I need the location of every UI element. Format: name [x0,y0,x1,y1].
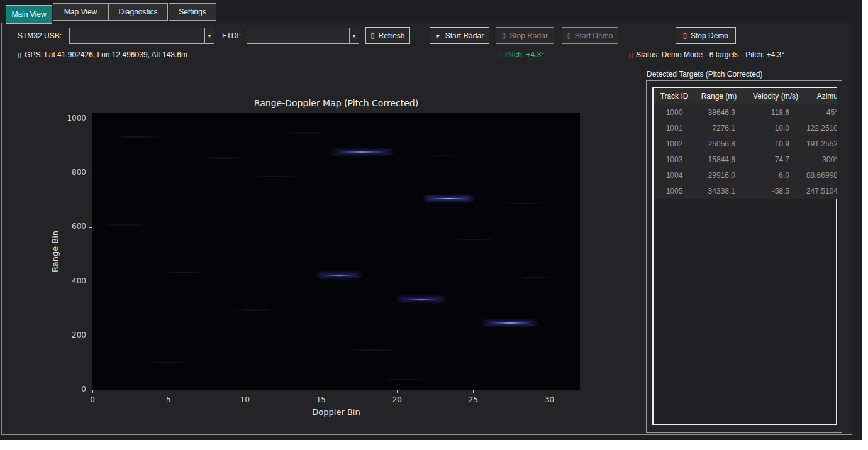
target-streak [426,198,472,199]
stop-icon: ▯ [502,32,506,39]
table-row[interactable]: 10017276.110.0122.2510 [654,120,837,136]
noise-streak [252,176,298,177]
stop-radar-button-label: Stop Radar [509,31,548,40]
x-tick-label: 0 [90,395,95,404]
refresh-button[interactable]: ▯Refresh [365,27,410,44]
start-demo-button-label: Start Demo [575,31,613,40]
table-cell: 1003 [654,151,695,167]
targets-table[interactable]: Track IDRange (m)Velocity (m/s)Azimu 100… [652,87,837,425]
table-cell: 1001 [654,120,695,136]
table-row[interactable]: 100534338.1-58.5247.5104 [654,183,837,199]
demo-icon: ▯ [567,32,571,39]
app-window: STM32 USB: ▼ FTDI: ▼ ▯Refresh ►Start Rad… [0,0,862,440]
table-cell: 74.7 [743,151,808,167]
table-cell: 1002 [654,136,695,151]
ftdi-combobox[interactable]: ▼ [247,28,359,44]
table-cell: 38646.9 [695,104,743,120]
y-tick-label: 200 [36,331,86,339]
target-streak [399,299,443,300]
x-tick-label: 30 [545,395,554,404]
gps-status: ▯GPS: Lat 41.902426, Lon 12.496039, Alt … [18,50,187,59]
y-tick-mark [89,336,92,336]
stm32-usb-combobox[interactable]: ▼ [69,28,214,44]
table-cell: -58.5 [743,183,808,199]
ftdi-label: FTDI: [222,31,241,40]
stop-radar-button: ▯Stop Radar [496,27,554,44]
x-tick-label: 10 [240,395,250,404]
table-cell: 45° [808,104,837,120]
start-radar-button[interactable]: ►Start Radar [430,27,489,44]
tab-settings[interactable]: Settings [169,3,216,21]
table-cell: 191.2552 [808,136,837,151]
noise-streak [203,157,242,159]
column-header[interactable]: Azimu [808,88,837,104]
x-tick-mark [245,390,245,393]
status-message-text: Status: Demo Mode - 6 targets - Pitch: +… [636,50,784,59]
gps-status-text: GPS: Lat 41.902426, Lon 12.496039, Alt 1… [25,50,187,59]
pitch-indicator-text: Pitch: +4.3° [505,50,544,59]
status-message: ▯Status: Demo Mode - 6 targets - Pitch: … [629,50,784,59]
table-cell: 34338.1 [695,183,743,199]
column-header[interactable]: Velocity (m/s) [743,88,808,104]
x-tick-mark [169,390,169,393]
table-row[interactable]: 100038646.9-118.645° [654,104,837,120]
y-tick-label: 800 [36,168,86,177]
table-cell: -118.6 [743,104,808,120]
refresh-icon: ▯ [370,32,374,39]
noise-streak [115,136,161,138]
noise-streak [286,132,326,134]
x-tick-mark [321,390,321,393]
stop-demo-button-label: Stop Demo [691,31,728,40]
tab-main-view[interactable]: Main View [6,5,52,24]
noise-streak [453,239,493,240]
y-axis-label: Range Bin [50,231,60,272]
x-tick-mark [473,390,474,393]
chart-title: Range-Doppler Map (Pitch Corrected) [92,98,580,108]
column-header[interactable]: Range (m) [695,88,743,104]
status-icon: ▯ [629,51,633,58]
table-row[interactable]: 100225056.810.9191.2552 [654,136,837,151]
table-cell: 122.2510 [808,120,837,136]
x-tick-mark [550,390,550,393]
table-cell: 7276.1 [695,120,743,136]
chevron-down-icon[interactable]: ▼ [204,28,214,43]
tab-map-view[interactable]: Map View [53,3,108,21]
table-row[interactable]: 100429916.06.088.66998 [654,167,837,183]
start-demo-button: ▯Start Demo [562,27,618,44]
table-row[interactable]: 100315844.674.7300° [654,151,837,167]
tab-diagnostics[interactable]: Diagnostics [108,3,168,21]
table-cell: 300° [808,151,837,167]
table-cell: 1000 [654,104,695,120]
pitch-indicator: ▯Pitch: +4.3° [498,50,544,59]
target-streak [333,151,391,153]
play-icon: ► [435,33,442,39]
y-tick-label: 600 [36,222,86,231]
noise-streak [149,362,189,363]
noise-streak [233,309,272,311]
x-tick-mark [397,390,398,393]
pitch-icon: ▯ [498,51,502,58]
start-radar-button-label: Start Radar [445,31,484,40]
table-scrollbar[interactable] [836,199,837,424]
x-tick-mark [92,390,93,393]
noise-streak [382,379,428,380]
column-header[interactable]: Track ID [654,88,695,104]
table-cell: 15844.6 [695,151,743,167]
table-cell: 10.9 [743,136,808,151]
target-streak [485,322,535,324]
chevron-down-icon[interactable]: ▼ [349,28,359,43]
table-cell: 29916.0 [695,167,743,183]
y-tick-label: 400 [36,277,86,285]
table-body: 100038646.9-118.645°10017276.110.0122.25… [654,104,837,199]
noise-streak [425,155,461,156]
stop-demo-button[interactable]: ▯Stop Demo [676,27,736,44]
range-doppler-heatmap [92,113,580,390]
noise-streak [504,203,543,204]
targets-panel-title: Detected Targets (Pitch Corrected) [647,70,763,79]
ftdi-combobox-value [247,28,349,43]
y-tick-label: 0 [36,385,86,393]
table-cell: 10.0 [743,120,808,136]
x-tick-label: 5 [166,395,171,404]
table-cell: 88.66998 [808,167,837,183]
noise-streak [352,349,398,351]
